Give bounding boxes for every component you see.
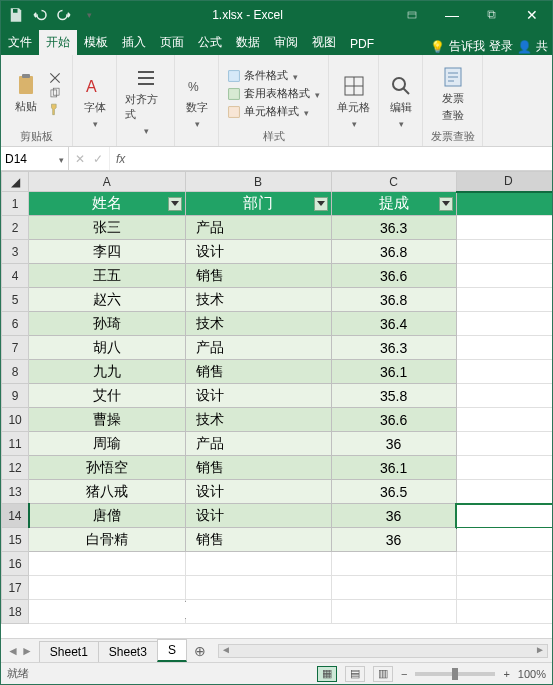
copy-icon[interactable] <box>46 87 64 101</box>
cell-dept[interactable]: 销售 <box>185 528 331 552</box>
cell-dept[interactable]: 技术 <box>185 288 331 312</box>
col-header-A[interactable]: A <box>29 172 185 192</box>
row-header[interactable]: 11 <box>2 432 29 456</box>
table-header-comm[interactable]: 提成 <box>331 192 456 216</box>
tab-formula[interactable]: 公式 <box>191 30 229 55</box>
share-label[interactable]: 共 <box>536 38 548 55</box>
name-box-input[interactable] <box>5 152 45 166</box>
cell-dept[interactable]: 设计 <box>185 240 331 264</box>
tell-me[interactable]: 告诉我 <box>449 38 485 55</box>
sheet-tab[interactable]: Sheet3 <box>98 641 158 662</box>
qat-more-icon[interactable] <box>79 6 97 24</box>
cell-name[interactable]: 九九 <box>29 360 185 384</box>
cell[interactable] <box>456 528 552 552</box>
cell-dept[interactable]: 设计 <box>185 504 331 528</box>
row-header[interactable]: 10 <box>2 408 29 432</box>
cell-comm[interactable]: 36.3 <box>331 336 456 360</box>
row-header[interactable]: 13 <box>2 480 29 504</box>
tab-review[interactable]: 审阅 <box>267 30 305 55</box>
formula-input[interactable] <box>131 147 552 170</box>
cell[interactable] <box>456 384 552 408</box>
cell-name[interactable]: 王五 <box>29 264 185 288</box>
view-page-layout-icon[interactable]: ▤ <box>345 666 365 682</box>
cancel-formula-icon[interactable]: ✕ <box>75 152 85 166</box>
cell-name[interactable]: 猪八戒 <box>29 480 185 504</box>
cell[interactable] <box>456 288 552 312</box>
tab-pdf[interactable]: PDF <box>343 33 381 55</box>
view-page-break-icon[interactable]: ▥ <box>373 666 393 682</box>
cell-dept[interactable]: 设计 <box>185 480 331 504</box>
cell[interactable] <box>456 432 552 456</box>
tab-home[interactable]: 开始 <box>39 30 77 55</box>
format-painter-icon[interactable] <box>46 103 64 117</box>
cell-comm[interactable]: 36.8 <box>331 288 456 312</box>
editing-button[interactable]: 编辑 <box>385 72 417 131</box>
cell-name[interactable]: 曹操 <box>29 408 185 432</box>
row-header[interactable]: 14 <box>2 504 29 528</box>
cell-dept[interactable]: 产品 <box>185 336 331 360</box>
cell-name[interactable]: 孙悟空 <box>29 456 185 480</box>
cell-dept[interactable]: 销售 <box>185 264 331 288</box>
zoom-out-icon[interactable]: − <box>401 668 407 680</box>
cell-comm[interactable]: 36 <box>331 504 456 528</box>
tab-file[interactable]: 文件 <box>1 30 39 55</box>
col-header-C[interactable]: C <box>331 172 456 192</box>
row-header[interactable]: 4 <box>2 264 29 288</box>
filter-icon[interactable] <box>439 197 453 211</box>
tab-page[interactable]: 页面 <box>153 30 191 55</box>
cell-dept[interactable]: 产品 <box>185 432 331 456</box>
row-header[interactable]: 12 <box>2 456 29 480</box>
redo-icon[interactable] <box>55 6 73 24</box>
cell-name[interactable]: 白骨精 <box>29 528 185 552</box>
row-header[interactable]: 6 <box>2 312 29 336</box>
filter-icon[interactable] <box>168 197 182 211</box>
cell-dept[interactable]: 设计 <box>185 384 331 408</box>
row-header[interactable]: 16 <box>2 552 29 576</box>
cell-dept[interactable]: 产品 <box>185 216 331 240</box>
horizontal-scrollbar[interactable] <box>218 644 548 658</box>
cell-comm[interactable]: 36.5 <box>331 480 456 504</box>
cell[interactable] <box>456 504 552 528</box>
cell-comm[interactable]: 36 <box>331 432 456 456</box>
cell[interactable] <box>456 336 552 360</box>
number-button[interactable]: % 数字 <box>181 72 213 131</box>
cell-comm[interactable]: 36.6 <box>331 408 456 432</box>
cell-name[interactable]: 艾什 <box>29 384 185 408</box>
sheet-nav-next-icon[interactable]: ► <box>21 644 33 658</box>
font-button[interactable]: A 字体 <box>79 72 111 131</box>
cell-dept[interactable]: 销售 <box>185 456 331 480</box>
cell-comm[interactable]: 35.8 <box>331 384 456 408</box>
name-box[interactable] <box>1 147 69 170</box>
cell[interactable] <box>456 216 552 240</box>
cell[interactable] <box>456 240 552 264</box>
tab-view[interactable]: 视图 <box>305 30 343 55</box>
cell-dept[interactable]: 技术 <box>185 312 331 336</box>
cell[interactable] <box>456 360 552 384</box>
minimize-icon[interactable]: — <box>432 1 472 29</box>
zoom-level[interactable]: 100% <box>518 668 546 680</box>
paste-button[interactable]: 粘贴 <box>10 71 42 116</box>
row-header[interactable]: 1 <box>2 192 29 216</box>
enter-formula-icon[interactable]: ✓ <box>93 152 103 166</box>
row-header[interactable]: 5 <box>2 288 29 312</box>
invoice-check-button[interactable]: 发票 查验 <box>437 63 469 125</box>
cell-name[interactable]: 孙琦 <box>29 312 185 336</box>
col-header-D[interactable]: D <box>456 172 552 192</box>
cell-comm[interactable]: 36.3 <box>331 216 456 240</box>
table-header-dept[interactable]: 部门 <box>185 192 331 216</box>
cell-comm[interactable]: 36.4 <box>331 312 456 336</box>
row-header[interactable]: 17 <box>2 576 29 600</box>
ribbon-display-options-icon[interactable] <box>392 1 432 29</box>
row-header[interactable]: 15 <box>2 528 29 552</box>
zoom-in-icon[interactable]: + <box>503 668 509 680</box>
col-header-B[interactable]: B <box>185 172 331 192</box>
cell[interactable] <box>456 408 552 432</box>
cut-icon[interactable] <box>46 71 64 85</box>
cell[interactable] <box>456 312 552 336</box>
tab-data[interactable]: 数据 <box>229 30 267 55</box>
save-icon[interactable] <box>7 6 25 24</box>
alignment-button[interactable]: 对齐方式 <box>121 64 170 138</box>
cell-name[interactable]: 李四 <box>29 240 185 264</box>
row-header[interactable]: 8 <box>2 360 29 384</box>
share-icon[interactable]: 👤 <box>517 40 532 54</box>
